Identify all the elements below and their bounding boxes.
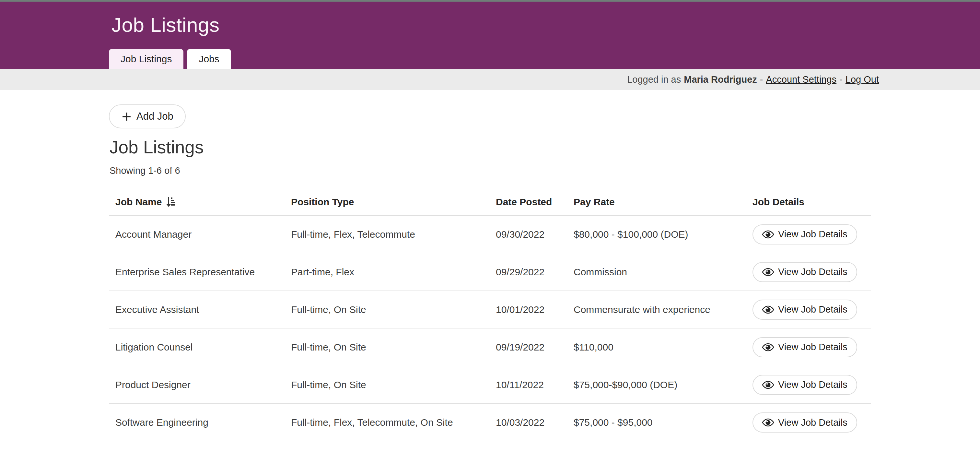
pay-rate-cell: $75,000-$90,000 (DOE) [574, 379, 752, 390]
position-type-cell: Full-time, Flex, Telecommute, On Site [291, 417, 496, 428]
add-job-label: Add Job [137, 110, 173, 122]
job-name-cell: Enterprise Sales Representative [109, 267, 291, 278]
results-count: Showing 1-6 of 6 [110, 165, 871, 176]
table-row: Account Manager Full-time, Flex, Telecom… [109, 216, 871, 253]
column-header-pay-rate[interactable]: Pay Rate [574, 196, 752, 208]
pay-rate-cell: $110,000 [574, 342, 752, 353]
app-title: Job Listings [111, 13, 220, 36]
job-name-cell: Account Manager [109, 229, 291, 240]
session-bar: Logged in as Maria Rodriguez - Account S… [0, 69, 980, 90]
view-job-details-button[interactable]: View Job Details [752, 300, 857, 320]
pay-rate-cell: $80,000 - $100,000 (DOE) [574, 229, 752, 240]
column-header-job-name[interactable]: Job Name [109, 196, 291, 208]
session-separator: - [839, 74, 843, 85]
page-title: Job Listings [110, 137, 871, 158]
date-posted-cell: 10/01/2022 [496, 304, 574, 315]
session-username: Maria Rodriguez [684, 74, 757, 85]
table-row: Product Designer Full-time, On Site 10/1… [109, 366, 871, 404]
session-prefix: Logged in as [627, 74, 681, 85]
tab-job-listings[interactable]: Job Listings [109, 49, 183, 69]
table-row: Executive Assistant Full-time, On Site 1… [109, 291, 871, 329]
column-header-position-type[interactable]: Position Type [291, 196, 496, 208]
sort-amount-down-icon[interactable] [165, 196, 176, 208]
view-job-details-button[interactable]: View Job Details [752, 412, 857, 433]
column-header-date-posted[interactable]: Date Posted [496, 196, 574, 208]
job-name-cell: Software Engineering [109, 417, 291, 428]
main-content: Add Job Job Listings Showing 1-6 of 6 Jo… [0, 90, 980, 441]
date-posted-cell: 09/29/2022 [496, 267, 574, 278]
eye-icon [762, 268, 774, 276]
log-out-link[interactable]: Log Out [845, 74, 879, 85]
position-type-cell: Part-time, Flex [291, 267, 496, 278]
app-header: Job Listings Job Listings Jobs [0, 2, 980, 69]
eye-icon [762, 381, 774, 389]
date-posted-cell: 10/11/2022 [496, 379, 574, 390]
job-listings-table: Job Name [109, 189, 871, 441]
add-job-button[interactable]: Add Job [109, 104, 186, 128]
table-row: Enterprise Sales Representative Part-tim… [109, 253, 871, 291]
plus-icon [121, 111, 132, 122]
eye-icon [762, 418, 774, 427]
tab-bar: Job Listings Jobs [109, 49, 231, 69]
date-posted-cell: 10/03/2022 [496, 417, 574, 428]
job-name-cell: Executive Assistant [109, 304, 291, 315]
job-name-cell: Product Designer [109, 379, 291, 390]
table-header-row: Job Name [109, 189, 871, 216]
job-name-cell: Litigation Counsel [109, 342, 291, 353]
column-header-job-details: Job Details [752, 196, 871, 208]
view-job-details-button[interactable]: View Job Details [752, 337, 857, 357]
eye-icon [762, 305, 774, 314]
view-job-details-button[interactable]: View Job Details [752, 224, 857, 244]
position-type-cell: Full-time, Flex, Telecommute [291, 229, 496, 240]
table-row: Software Engineering Full-time, Flex, Te… [109, 404, 871, 441]
pay-rate-cell: Commensurate with experience [574, 304, 752, 315]
date-posted-cell: 09/19/2022 [496, 342, 574, 353]
session-separator: - [760, 74, 763, 85]
tab-jobs[interactable]: Jobs [187, 49, 231, 69]
account-settings-link[interactable]: Account Settings [766, 74, 837, 85]
eye-icon [762, 230, 774, 239]
position-type-cell: Full-time, On Site [291, 304, 496, 315]
position-type-cell: Full-time, On Site [291, 342, 496, 353]
view-job-details-button[interactable]: View Job Details [752, 375, 857, 395]
position-type-cell: Full-time, On Site [291, 379, 496, 390]
eye-icon [762, 343, 774, 351]
view-job-details-button[interactable]: View Job Details [752, 262, 857, 282]
date-posted-cell: 09/30/2022 [496, 229, 574, 240]
pay-rate-cell: $75,000 - $95,000 [574, 417, 752, 428]
pay-rate-cell: Commission [574, 267, 752, 278]
table-row: Litigation Counsel Full-time, On Site 09… [109, 329, 871, 366]
